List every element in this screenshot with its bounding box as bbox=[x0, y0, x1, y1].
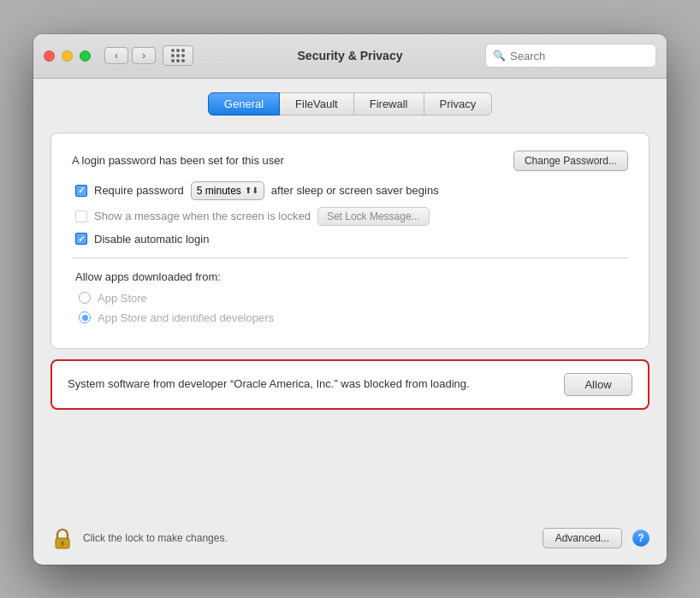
show-message-checkbox[interactable] bbox=[75, 210, 87, 222]
disable-autologin-row: Disable automatic login bbox=[72, 233, 628, 246]
titlebar: ‹ › Security & Privacy 🔍 bbox=[33, 34, 667, 79]
app-store-identified-radio[interactable] bbox=[79, 311, 91, 323]
require-password-checkbox[interactable] bbox=[75, 185, 87, 197]
show-message-row: Show a message when the screen is locked… bbox=[72, 207, 628, 226]
traffic-lights bbox=[44, 50, 91, 62]
lock-icon[interactable] bbox=[50, 524, 74, 553]
divider bbox=[72, 258, 628, 258]
search-box[interactable]: 🔍 bbox=[485, 44, 656, 68]
require-password-label: Require password bbox=[94, 184, 184, 197]
blocked-notification-panel: System software from developer “Oracle A… bbox=[50, 359, 650, 410]
app-store-label: App Store bbox=[98, 292, 147, 305]
nav-buttons: ‹ › bbox=[104, 47, 156, 64]
back-button[interactable]: ‹ bbox=[104, 47, 128, 64]
password-interval-dropdown[interactable]: 5 minutes ⬆⬇ bbox=[191, 181, 264, 200]
minimize-button[interactable] bbox=[62, 50, 73, 62]
search-icon: 🔍 bbox=[493, 50, 506, 62]
tab-firewall[interactable]: Firewall bbox=[354, 92, 424, 115]
allow-apps-title: Allow apps downloaded from: bbox=[75, 270, 625, 283]
dropdown-arrow-icon: ⬆⬇ bbox=[245, 186, 258, 195]
forward-button[interactable]: › bbox=[132, 47, 156, 64]
tab-privacy[interactable]: Privacy bbox=[424, 92, 493, 115]
general-panel: A login password has been set for this u… bbox=[50, 133, 650, 349]
app-grid-button[interactable] bbox=[163, 45, 193, 66]
login-password-row: A login password has been set for this u… bbox=[72, 151, 628, 171]
tab-bar: General FileVault Firewall Privacy bbox=[50, 92, 650, 115]
disable-autologin-checkbox[interactable] bbox=[75, 233, 87, 245]
main-window: ‹ › Security & Privacy 🔍 General FileVau… bbox=[33, 34, 667, 565]
bottom-bar: Click the lock to make changes. Advanced… bbox=[33, 517, 667, 565]
login-password-text: A login password has been set for this u… bbox=[72, 154, 284, 167]
show-message-label: Show a message when the screen is locked bbox=[94, 210, 311, 222]
lock-click-text: Click the lock to make changes. bbox=[83, 532, 228, 544]
require-password-suffix: after sleep or screen saver begins bbox=[271, 184, 439, 197]
search-input[interactable] bbox=[510, 50, 649, 62]
help-button[interactable]: ? bbox=[632, 530, 650, 547]
change-password-button[interactable]: Change Password... bbox=[513, 151, 628, 171]
password-interval-value: 5 minutes bbox=[197, 185, 241, 197]
disable-autologin-label: Disable automatic login bbox=[94, 233, 209, 246]
lock-section: Click the lock to make changes. bbox=[50, 524, 228, 553]
tab-filevault[interactable]: FileVault bbox=[280, 92, 354, 115]
app-store-identified-label: App Store and identified developers bbox=[98, 311, 274, 324]
content-area: General FileVault Firewall Privacy A log… bbox=[33, 79, 667, 517]
window-title: Security & Privacy bbox=[298, 49, 403, 62]
allow-button[interactable]: Allow bbox=[564, 373, 632, 396]
set-lock-message-button[interactable]: Set Lock Message... bbox=[317, 207, 430, 226]
advanced-button[interactable]: Advanced... bbox=[543, 528, 622, 548]
blocked-message-text: System software from developer “Oracle A… bbox=[68, 376, 470, 393]
require-password-row: Require password 5 minutes ⬆⬇ after slee… bbox=[72, 181, 628, 200]
lock-svg-icon bbox=[53, 526, 72, 550]
app-store-radio[interactable] bbox=[79, 292, 91, 304]
tab-general[interactable]: General bbox=[208, 92, 280, 115]
maximize-button[interactable] bbox=[80, 50, 91, 62]
close-button[interactable] bbox=[44, 50, 55, 62]
app-store-radio-row: App Store bbox=[75, 292, 625, 305]
app-store-identified-radio-row: App Store and identified developers bbox=[75, 311, 625, 324]
grid-dots-icon bbox=[171, 49, 185, 62]
allow-apps-section: Allow apps downloaded from: App Store Ap… bbox=[72, 270, 628, 324]
svg-rect-2 bbox=[62, 543, 63, 546]
